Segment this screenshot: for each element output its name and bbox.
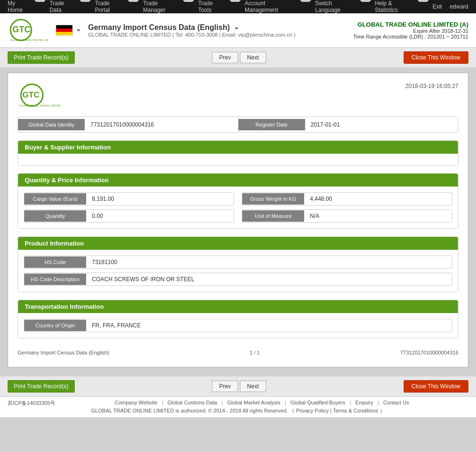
nav-help-statistics[interactable]: Help & Statistics (371, 0, 429, 13)
register-date-value: 2017-01-01 (305, 118, 458, 131)
record-timestamp: 2018-03-19 16:05:27 (406, 83, 458, 89)
bottom-toolbar: Print Trade Record(s) Prev Next Close Th… (0, 376, 476, 396)
hs-code-desc-label: HS Code Description (24, 274, 86, 285)
time-range-info: Time Range Accessible (LDR) : 201201 ~ 2… (353, 34, 468, 39)
hs-code-value: 73181100 (86, 256, 452, 268)
cargo-value-label: Cargo Value (Euro) (24, 193, 86, 205)
top-navigation: My Home Trade Data Trade Portal Trade Ma… (0, 0, 476, 13)
footer-links: 苏ICP备14033305号 Company Website | Global … (8, 400, 468, 405)
cargo-value-value: 8,191.00 (86, 193, 234, 205)
prev-button-top[interactable]: Prev (212, 52, 238, 63)
record-logo-image: GTC GLOBAL TRADE ONLINE LIMITED (18, 83, 60, 109)
company-logo: GTC GLOBAL TRADE ONLINE LIMITED (8, 17, 48, 43)
print-button-bottom[interactable]: Print Trade Record(s) (8, 380, 75, 393)
hs-code-field: HS Code 73181100 (24, 255, 452, 269)
next-button-top[interactable]: Next (240, 52, 266, 63)
country-origin-field: Country of Origin FR, FRA, FRANCE (24, 319, 452, 332)
language-flag[interactable] (56, 25, 80, 36)
unit-of-measure-value: N/A (304, 210, 452, 222)
gross-weight-value: 4,448.00 (304, 193, 452, 205)
footer-link-buyers[interactable]: Global Qualified Buyers (290, 400, 346, 405)
footer-link-contact[interactable]: Contact Us (383, 400, 409, 405)
footer-link-customs[interactable]: Global Customs Data (168, 400, 218, 405)
svg-text:GTC: GTC (22, 90, 40, 99)
unit-of-measure-label: Unit of Measure (242, 210, 304, 222)
hs-code-label: HS Code (24, 256, 86, 268)
hs-code-desc-value: COACH SCREWS OF IRON OR STEEL (86, 273, 452, 285)
header-subtitle: GLOBAL TRADE ONLINE LIMITED ( Tel: 400-7… (88, 32, 296, 38)
chevron-down-icon (34, 0, 46, 13)
close-button-bottom[interactable]: Close This Window (404, 380, 468, 393)
buyer-supplier-body (18, 154, 458, 165)
page-title-area: Germany Import Census Data (English) GLO… (88, 23, 296, 38)
footer-page: 1 / 1 (249, 350, 259, 355)
register-date-field: Register Date 2017-01-01 (238, 118, 458, 131)
nav-my-home[interactable]: My Home (4, 0, 46, 13)
nav-trade-portal[interactable]: Trade Portal (91, 0, 139, 13)
chevron-down-icon (79, 0, 91, 13)
chevron-down-icon (417, 0, 429, 13)
quantity-price-body: Cargo Value (Euro) 8,191.00 Gross Weight… (18, 187, 458, 228)
quantity-field: Quantity 0.00 (24, 209, 234, 223)
footer-title: Germany Import Census Data (English) (18, 350, 109, 355)
record-header: GTC GLOBAL TRADE ONLINE LIMITED 2018-03-… (18, 83, 458, 109)
germany-flag (56, 25, 73, 36)
transportation-section: Transportation Information Country of Or… (18, 300, 458, 338)
identity-row: Global Data Identity 7731201701000000431… (18, 117, 458, 133)
icp-number: 苏ICP备14033305号 (8, 400, 55, 407)
record-card: GTC GLOBAL TRADE ONLINE LIMITED 2018-03-… (8, 73, 468, 367)
next-button-bottom[interactable]: Next (240, 381, 266, 392)
hs-code-desc-row: HS Code Description COACH SCREWS OF IRON… (24, 273, 452, 286)
copyright-text: GLOBAL TRADE ONLINE LIMITED is authorize… (8, 407, 468, 414)
product-info-section: Product Information HS Code 73181100 HS … (18, 236, 458, 292)
hs-code-row: HS Code 73181100 (24, 255, 452, 269)
nav-account-management[interactable]: Account Management (241, 0, 311, 13)
product-info-header: Product Information (18, 237, 458, 250)
flag-chevron-icon (77, 29, 80, 31)
cargo-value-field: Cargo Value (Euro) 8,191.00 (24, 192, 234, 206)
expire-info: Expire After 2018-12-31 (353, 28, 468, 34)
footer-link-company[interactable]: Company Website (115, 400, 158, 405)
buyer-supplier-header: Buyer & Supplier Information (18, 141, 458, 154)
nav-switch-language[interactable]: Switch Language (311, 0, 371, 13)
footer-link-market[interactable]: Global Market Analysis (227, 400, 280, 405)
gtc-logo-image: GTC GLOBAL TRADE ONLINE LIMITED (8, 17, 48, 43)
global-data-value: 77312017010000004316 (85, 118, 238, 131)
chevron-down-icon (300, 0, 311, 13)
page-footer: 苏ICP备14033305号 Company Website | Global … (0, 396, 476, 417)
nav-trade-tools[interactable]: Trade Tools (194, 0, 241, 13)
quantity-price-row1: Cargo Value (Euro) 8,191.00 Gross Weight… (24, 192, 452, 206)
print-button-top[interactable]: Print Trade Record(s) (8, 51, 75, 64)
nav-trade-manager[interactable]: Trade Manager (139, 0, 194, 13)
svg-text:GLOBAL TRADE ONLINE LIMITED: GLOBAL TRADE ONLINE LIMITED (19, 104, 60, 107)
quantity-value: 0.00 (86, 210, 234, 222)
footer-link-enquiry[interactable]: Enquiry (356, 400, 373, 405)
user-info: edward (446, 3, 472, 10)
svg-text:GLOBAL TRADE ONLINE LIMITED: GLOBAL TRADE ONLINE LIMITED (10, 39, 48, 41)
register-date-label: Register Date (238, 119, 305, 130)
gross-weight-label: Gross Weight in KG (242, 193, 304, 205)
quantity-label: Quantity (24, 210, 86, 222)
page-header: GTC GLOBAL TRADE ONLINE LIMITED Germany … (0, 13, 476, 48)
transportation-header: Transportation Information (18, 300, 458, 313)
global-data-label: Global Data Identity (18, 119, 85, 130)
nav-trade-data[interactable]: Trade Data (46, 0, 91, 13)
title-dropdown-icon[interactable] (233, 24, 238, 31)
close-button-top[interactable]: Close This Window (404, 51, 468, 64)
record-logo: GTC GLOBAL TRADE ONLINE LIMITED (18, 83, 60, 109)
country-origin-label: Country of Origin (24, 320, 86, 331)
transportation-body: Country of Origin FR, FRA, FRANCE (18, 313, 458, 338)
hs-code-desc-field: HS Code Description COACH SCREWS OF IRON… (24, 273, 452, 286)
main-content: GTC GLOBAL TRADE ONLINE LIMITED 2018-03-… (0, 68, 476, 376)
buyer-supplier-section: Buyer & Supplier Information (18, 140, 458, 166)
company-name: GLOBAL TRADE ONLINE LIMITED (A) (353, 21, 468, 28)
chevron-down-icon (229, 0, 241, 13)
record-footer: Germany Import Census Data (English) 1 /… (18, 346, 458, 357)
quantity-price-section: Quantity & Price Information Cargo Value… (18, 173, 458, 229)
country-origin-row: Country of Origin FR, FRA, FRANCE (24, 319, 452, 332)
global-data-field: Global Data Identity 7731201701000000431… (18, 118, 238, 131)
chevron-down-icon (128, 0, 139, 13)
prev-button-bottom[interactable]: Prev (212, 381, 238, 392)
exit-link[interactable]: Exit (429, 3, 446, 10)
product-info-body: HS Code 73181100 HS Code Description COA… (18, 250, 458, 292)
